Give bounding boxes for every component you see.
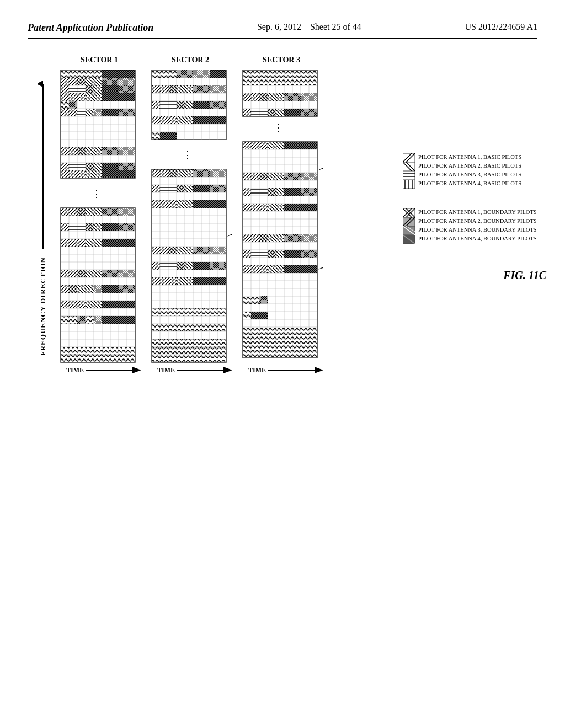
svg-rect-121 (102, 270, 119, 277)
svg-rect-222 (193, 185, 210, 192)
svg-rect-109 (61, 223, 69, 231)
svg-rect-108 (119, 208, 135, 216)
svg-rect-111 (86, 223, 94, 231)
svg-rect-135 (94, 316, 102, 324)
svg-rect-40 (77, 78, 86, 85)
svg-rect-136 (102, 316, 135, 324)
sector-2-grid: ⋮ (149, 70, 232, 379)
svg-rect-43 (119, 78, 135, 85)
svg-rect-120 (86, 270, 102, 277)
svg-rect-331 (268, 234, 284, 242)
legend-basic-2-text: PILOT FOR ANTENNA 2, BASIC PILOTS (418, 163, 521, 170)
svg-rect-44 (61, 85, 69, 93)
svg-rect-273 (284, 109, 301, 116)
svg-rect-339 (301, 250, 317, 258)
legend: PILOT FOR ANTENNA 1, BASIC PILOTS PILOT … (397, 56, 546, 379)
svg-text:⋮: ⋮ (183, 149, 193, 160)
svg-rect-270 (251, 109, 268, 116)
svg-rect-320 (243, 188, 251, 196)
legend-basic-1-text: PILOT FOR ANTENNA 1, BASIC PILOTS (418, 154, 521, 161)
svg-rect-122 (119, 270, 135, 277)
svg-rect-333 (301, 234, 317, 242)
svg-rect-129 (61, 301, 86, 308)
svg-text:TIME: TIME (157, 366, 175, 374)
sector-2-block: SECTOR 2 (149, 56, 232, 379)
svg-rect-338 (284, 250, 301, 258)
svg-rect-327 (268, 204, 284, 211)
svg-rect-166 (193, 85, 210, 93)
svg-rect-171 (185, 101, 193, 109)
svg-rect-242 (152, 324, 226, 331)
svg-rect-167 (210, 85, 226, 93)
svg-rect-224 (152, 200, 177, 208)
svg-rect-328 (284, 204, 317, 211)
svg-rect-116 (86, 239, 102, 247)
svg-rect-49 (119, 85, 135, 93)
svg-rect-318 (284, 173, 301, 180)
svg-rect-313 (268, 142, 284, 149)
svg-rect-343 (243, 296, 259, 304)
legend-bound-3-icon (403, 226, 415, 235)
svg-rect-64 (102, 147, 119, 155)
svg-rect-161 (193, 70, 210, 78)
svg-rect-54 (69, 101, 77, 109)
legend-basic-3-icon (403, 171, 415, 180)
sector-3-grid: ⋮ (240, 70, 323, 379)
svg-rect-336 (268, 250, 276, 258)
svg-rect-165 (177, 85, 193, 93)
svg-rect-341 (268, 265, 284, 273)
svg-rect-107 (102, 208, 119, 216)
svg-rect-134 (86, 316, 94, 324)
svg-rect-335 (251, 250, 268, 258)
svg-rect-73 (86, 170, 102, 178)
svg-rect-132 (61, 316, 77, 324)
svg-rect-326 (243, 204, 268, 211)
svg-rect-214 (168, 169, 177, 177)
svg-rect-115 (61, 239, 86, 247)
svg-text:TIME: TIME (66, 366, 84, 374)
svg-rect-104 (61, 208, 77, 216)
svg-rect-269 (243, 109, 251, 116)
svg-text:⌒: ⌒ (317, 266, 323, 283)
svg-rect-340 (243, 265, 268, 273)
svg-rect-110 (69, 223, 86, 231)
legend-bound-1-icon (403, 208, 415, 217)
svg-rect-227 (152, 247, 168, 254)
legend-basic-2-icon (403, 162, 415, 171)
svg-rect-329 (243, 234, 259, 242)
svg-rect-265 (259, 93, 268, 101)
svg-rect-347 (243, 327, 317, 358)
svg-rect-271 (268, 109, 276, 116)
publication-date: Sep. 6, 2012 Sheet 25 of 44 (257, 22, 361, 32)
svg-rect-315 (243, 173, 259, 180)
svg-rect-358 (403, 171, 415, 180)
svg-rect-169 (160, 101, 177, 109)
svg-rect-267 (284, 93, 301, 101)
svg-rect-332 (284, 234, 301, 242)
svg-rect-46 (86, 85, 94, 93)
publication-title: Patent Application Publication (28, 22, 153, 34)
svg-rect-325 (301, 188, 317, 196)
svg-rect-321 (251, 188, 268, 196)
svg-rect-130 (86, 301, 102, 308)
svg-rect-170 (177, 101, 185, 109)
svg-rect-118 (61, 270, 77, 277)
svg-rect-232 (152, 262, 160, 270)
svg-rect-240 (193, 277, 226, 285)
svg-rect-119 (77, 270, 86, 277)
svg-rect-330 (259, 234, 268, 242)
svg-rect-41 (86, 78, 102, 85)
legend-basic-4-text: PILOT FOR ANTENNA 4, BASIC PILOTS (418, 180, 521, 188)
svg-rect-58 (94, 109, 102, 116)
svg-rect-114 (119, 223, 135, 231)
svg-rect-239 (177, 277, 193, 285)
svg-rect-128 (119, 285, 135, 293)
svg-rect-131 (102, 301, 135, 308)
svg-rect-233 (160, 262, 177, 270)
legend-boundary-section: PILOT FOR ANTENNA 1, BOUNDARY PILOTS PIL… (403, 208, 546, 244)
svg-rect-217 (210, 169, 226, 177)
svg-rect-175 (177, 116, 193, 124)
svg-rect-226 (193, 200, 226, 208)
svg-rect-178 (160, 132, 177, 140)
legend-bound-3: PILOT FOR ANTENNA 3, BOUNDARY PILOTS (403, 226, 546, 235)
